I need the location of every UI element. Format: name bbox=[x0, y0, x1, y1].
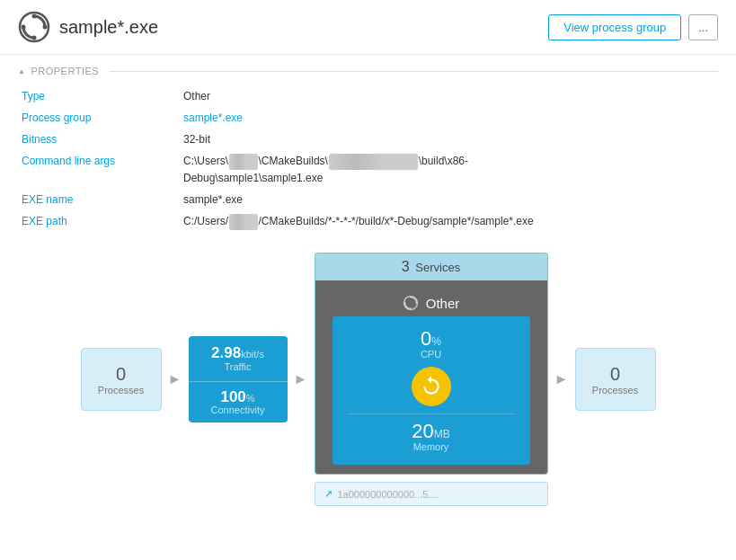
properties-section: Properties Type Other Process group samp… bbox=[0, 55, 736, 244]
traffic-top: 2.98kbit/s Traffic bbox=[189, 336, 288, 381]
cpu-label: CPU bbox=[421, 349, 441, 360]
right-arrow-icon: ► bbox=[168, 371, 182, 387]
header-right: View process group ... bbox=[548, 14, 718, 40]
traffic-bottom: 100% Connectivity bbox=[189, 382, 288, 422]
left-process-count: 0 bbox=[116, 364, 126, 385]
svg-point-7 bbox=[415, 302, 417, 304]
properties-table: Type Other Process group sample*.exe Bit… bbox=[18, 85, 718, 233]
connectivity-value: 100 bbox=[220, 388, 245, 405]
table-row: Command line args C:\Users\ \CMakeBuilds… bbox=[18, 150, 718, 189]
flow-section: 0 Processes ► 2.98kbit/s Traffic 100% Co… bbox=[0, 244, 736, 524]
refresh-svg-icon bbox=[420, 375, 443, 398]
app-title: sample*.exe bbox=[59, 17, 158, 38]
traffic-value-row: 2.98kbit/s bbox=[211, 345, 264, 360]
header: sample*.exe View process group ... bbox=[0, 0, 736, 55]
svg-point-4 bbox=[22, 25, 26, 30]
other-logo-icon bbox=[403, 295, 419, 311]
connectivity-label: Connectivity bbox=[211, 404, 265, 415]
right-process-count: 0 bbox=[610, 364, 620, 385]
prop-value-type: Other bbox=[180, 85, 718, 107]
refresh-icon[interactable] bbox=[412, 367, 451, 406]
svg-point-2 bbox=[43, 25, 48, 30]
left-process-box: 0 Processes bbox=[81, 348, 162, 411]
header-left: sample*.exe bbox=[18, 11, 158, 43]
section-title: Properties bbox=[18, 66, 718, 76]
services-body: Other 0% CPU bbox=[315, 280, 548, 475]
cpu-value: 0 bbox=[421, 327, 431, 350]
left-arrow: ► bbox=[162, 371, 189, 387]
services-label: Services bbox=[415, 261, 460, 274]
right-arrow-icon-2: ► bbox=[554, 371, 569, 387]
table-row: Type Other bbox=[18, 85, 718, 107]
connectivity-value-row: 100% bbox=[220, 389, 254, 404]
right-process-box: 0 Processes bbox=[575, 348, 656, 411]
svg-point-8 bbox=[410, 308, 412, 310]
table-row: EXE name sample*.exe bbox=[18, 189, 718, 210]
other-label: Other bbox=[426, 296, 460, 311]
prop-value-exe-name: sample*.exe bbox=[180, 189, 718, 210]
blurred-path-2 bbox=[329, 154, 418, 171]
cpu-unit: % bbox=[431, 335, 441, 348]
memory-label: Memory bbox=[413, 441, 449, 452]
traffic-unit: kbit/s bbox=[241, 349, 264, 360]
memory-unit: MB bbox=[434, 428, 450, 440]
metrics-box: 0% CPU 20MB bbox=[333, 316, 530, 465]
blurred-path-1 bbox=[229, 154, 258, 171]
prop-value-process-group: sample*.exe bbox=[180, 107, 718, 129]
svg-point-6 bbox=[410, 297, 412, 298]
svg-point-3 bbox=[32, 36, 37, 40]
svg-point-1 bbox=[32, 14, 37, 19]
memory-metric-row: 20MB Memory bbox=[412, 422, 449, 452]
prop-label-cmdargs: Command line args bbox=[18, 150, 180, 189]
bottom-bar-text: 1a000000000000...5.... bbox=[338, 489, 538, 500]
left-process-label: Processes bbox=[98, 385, 144, 396]
prop-value-bitness: 32-bit bbox=[180, 129, 718, 150]
prop-value-exe-path: C:/Users/ /CMakeBuilds/*-*-*-*/build/x*-… bbox=[180, 210, 718, 233]
metric-divider bbox=[347, 413, 516, 414]
prop-label-exe-path: EXE path bbox=[18, 210, 180, 233]
table-row: Bitness 32-bit bbox=[18, 129, 718, 150]
bottom-bar: ↗ 1a000000000000...5.... bbox=[315, 482, 548, 506]
svg-point-9 bbox=[403, 302, 405, 304]
prop-label-bitness: Bitness bbox=[18, 129, 180, 150]
services-header: 3 Services bbox=[315, 253, 548, 280]
services-group: 3 Services bbox=[315, 253, 548, 506]
svg-point-5 bbox=[403, 297, 417, 310]
process-group-link[interactable]: sample*.exe bbox=[183, 111, 243, 124]
link-icon: ↗ bbox=[324, 488, 333, 500]
services-count: 3 bbox=[402, 259, 410, 274]
other-header: Other bbox=[324, 289, 538, 316]
middle-arrow: ► bbox=[288, 371, 315, 387]
prop-label-exe-name: EXE name bbox=[18, 189, 180, 210]
prop-label-process-group: Process group bbox=[18, 107, 180, 129]
traffic-connectivity-box: 2.98kbit/s Traffic 100% Connectivity bbox=[189, 336, 288, 422]
traffic-value: 2.98 bbox=[211, 344, 241, 361]
view-process-group-button[interactable]: View process group bbox=[548, 14, 681, 40]
middle-arrow-icon: ► bbox=[294, 371, 308, 387]
table-row: Process group sample*.exe bbox=[18, 107, 718, 129]
more-options-button[interactable]: ... bbox=[688, 14, 718, 40]
cpu-metric-row: 0% CPU bbox=[421, 329, 441, 360]
prop-value-cmdargs: C:\Users\ \CMakeBuilds\ \build\x86-Debug… bbox=[180, 150, 718, 189]
traffic-sublabel: Traffic bbox=[225, 361, 252, 372]
right-process-label: Processes bbox=[592, 385, 638, 396]
other-group: Other 0% CPU bbox=[324, 289, 538, 465]
prop-label-type: Type bbox=[18, 85, 180, 107]
connectivity-unit: % bbox=[246, 393, 255, 404]
app-logo-icon bbox=[18, 11, 50, 43]
memory-value: 20 bbox=[412, 420, 433, 442]
blurred-path-3 bbox=[229, 214, 258, 231]
right-arrow: ► bbox=[548, 371, 575, 387]
table-row: EXE path C:/Users/ /CMakeBuilds/*-*-*-*/… bbox=[18, 210, 718, 233]
flow-wrapper: 0 Processes ► 2.98kbit/s Traffic 100% Co… bbox=[81, 253, 656, 506]
